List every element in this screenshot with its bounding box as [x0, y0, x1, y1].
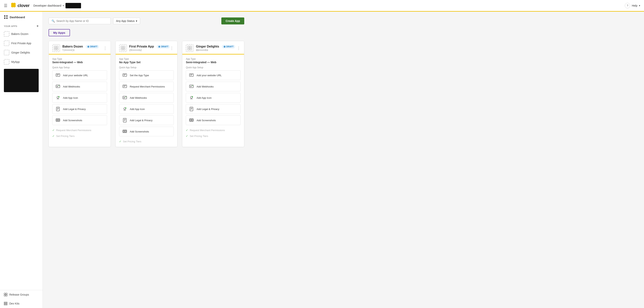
setup-item-webhooks[interactable]: Add Webhooks [186, 82, 240, 91]
svg-rect-17 [56, 46, 58, 48]
setup-item-legal[interactable]: Add Legal & Privacy [52, 104, 107, 114]
svg-rect-6 [6, 15, 8, 17]
setup-item-label: Add Webhooks [63, 85, 80, 88]
setup-item-label: Add App Icon [130, 108, 145, 111]
setup-item-label: Add App Icon [196, 96, 212, 99]
dev-dashboard-label[interactable]: Developer dashboard [34, 4, 61, 7]
setup-item-legal[interactable]: Add Legal & Privacy [119, 115, 174, 125]
card-menu-button[interactable]: ⋮ [103, 46, 107, 50]
sidebar-item-first-private-app[interactable]: First Private App [0, 39, 42, 48]
screenshots-icon [189, 118, 194, 123]
hamburger-menu[interactable]: ☰ [4, 3, 8, 8]
setup-item-label: Add Webhooks [130, 96, 147, 99]
card-header-left: Ginger Delights ⊕ DRAFT 89••••••••R4 [186, 44, 235, 52]
topbar-left: ☰ clover [4, 2, 30, 9]
card-header-bakers-dozen: Bakers Dozen ⊕ DRAFT TJ••••••••C6 ⋮ [49, 41, 110, 54]
svg-rect-8 [6, 17, 8, 19]
setup-item-screenshots[interactable]: Add Screenshots [52, 115, 107, 125]
card-name-group: Bakers Dozen ⊕ DRAFT TJ••••••••C6 [62, 45, 99, 52]
app-icon-setup-icon [189, 95, 194, 101]
setup-item-set-app-type[interactable]: Set the App Type [119, 70, 174, 80]
svg-rect-15 [4, 304, 7, 305]
svg-rect-30 [56, 107, 60, 111]
draft-text: DRAFT [161, 45, 168, 48]
svg-rect-5 [4, 15, 6, 17]
layout: Dashboard YOUR APPS + Bakers Dozen First… [0, 12, 644, 308]
card-app-name: First Private App [129, 45, 154, 48]
app-icon-placeholder [4, 50, 9, 55]
quick-setup-label: Quick App Setup [186, 66, 240, 69]
setup-item-merchant-perms[interactable]: Request Merchant Permissions [119, 82, 174, 91]
help-button[interactable]: ? [625, 3, 630, 8]
set-app-type-icon [122, 73, 128, 78]
card-menu-button[interactable]: ⋮ [170, 46, 174, 50]
completed-label: Request Merchant Permissions [56, 129, 91, 132]
setup-item-screenshots[interactable]: Add Screenshots [119, 127, 174, 136]
svg-rect-14 [4, 303, 7, 304]
sidebar-item-bakers-dozen[interactable]: Bakers Dozen [0, 29, 42, 39]
setup-item-website-url[interactable]: Add your website URL [52, 70, 107, 80]
app-type-value: No App Type Set [119, 61, 174, 64]
svg-rect-16 [54, 46, 56, 48]
toolbar: 🔍 Any App Status ▾ Create App [48, 17, 244, 24]
svg-rect-37 [121, 46, 123, 48]
sidebar-app-label: Bakers Dozen [11, 32, 28, 35]
card-header-left: First Private App ⊕ DRAFT ZR••••••••N2 [119, 44, 170, 52]
webhooks-icon-svg [189, 84, 194, 89]
card-header-first-private: First Private App ⊕ DRAFT ZR••••••••N2 ⋮ [116, 41, 178, 54]
setup-item-legal[interactable]: Add Legal & Privacy [186, 104, 240, 114]
svg-rect-54 [123, 118, 126, 122]
svg-point-28 [58, 96, 60, 97]
help-label[interactable]: Help [632, 4, 638, 7]
card-app-name: Bakers Dozen [62, 45, 83, 48]
app-icon-svg [56, 95, 60, 100]
logo-icon [10, 2, 16, 9]
legal-icon-svg [56, 107, 60, 111]
quick-setup-label: Quick App Setup [119, 66, 174, 69]
setup-item-app-icon[interactable]: Add App Icon [119, 104, 174, 114]
completed-item-merchant-perms: ✓ Request Merchant Permissions [186, 127, 240, 133]
topbar: ☰ clover Developer dashboard ▾ ? Help ▾ [0, 0, 644, 12]
svg-rect-68 [190, 85, 193, 88]
screenshots-icon [55, 118, 61, 123]
card-app-icon [119, 44, 127, 52]
sidebar-item-release-groups[interactable]: Release Groups [0, 290, 42, 299]
card-app-icon [52, 44, 60, 52]
app-icon-placeholder [4, 59, 9, 65]
setup-item-app-icon[interactable]: Add App Icon [52, 93, 107, 103]
add-app-button[interactable]: + [36, 24, 39, 28]
tab-my-apps[interactable]: My Apps [48, 29, 70, 36]
sidebar-bottom: Release Groups Dev Kits [0, 290, 42, 308]
sidebar-item-myapp[interactable]: MyApp [0, 57, 42, 67]
screenshots-icon-svg [56, 118, 60, 123]
card-header-ginger-delights: Ginger Delights ⊕ DRAFT 89••••••••R4 ⋮ [182, 41, 244, 54]
sidebar-item-dev-kits[interactable]: Dev Kits [0, 299, 42, 308]
search-input[interactable] [56, 19, 108, 22]
webhooks-icon-svg [122, 95, 127, 100]
setup-item-webhooks[interactable]: Add Webhooks [119, 93, 174, 103]
setup-item-label: Add Screenshots [130, 130, 149, 133]
app-type-value: Semi-Integrated — Web [186, 61, 240, 64]
app-icon-setup-icon [55, 95, 61, 101]
card-menu-button[interactable]: ⋮ [237, 46, 240, 50]
setup-item-app-icon[interactable]: Add App Icon [186, 93, 240, 103]
create-app-button[interactable]: Create App [221, 17, 244, 24]
status-arrow: ▾ [136, 19, 137, 22]
dashboard-icon [4, 15, 8, 19]
completed-label: Request Merchant Permissions [190, 129, 225, 132]
legal-icon-svg [189, 107, 194, 111]
sidebar-dashboard[interactable]: Dashboard [0, 12, 42, 22]
svg-rect-80 [190, 119, 191, 121]
sidebar-item-ginger-delights[interactable]: Ginger Delights [0, 48, 42, 57]
your-apps-label: YOUR APPS [4, 25, 17, 27]
status-filter[interactable]: Any App Status ▾ [113, 18, 140, 24]
search-icon: 🔍 [52, 19, 55, 22]
svg-point-73 [192, 96, 193, 97]
setup-item-webhooks[interactable]: Add Webhooks [52, 82, 107, 91]
draft-badge: ⊕ DRAFT [222, 45, 235, 48]
setup-item-label: Add Screenshots [63, 119, 82, 122]
webhooks-icon [189, 84, 194, 89]
app-icon-svg [189, 95, 194, 100]
setup-item-screenshots[interactable]: Add Screenshots [186, 115, 240, 125]
setup-item-website-url[interactable]: Add your website URL [186, 70, 240, 80]
